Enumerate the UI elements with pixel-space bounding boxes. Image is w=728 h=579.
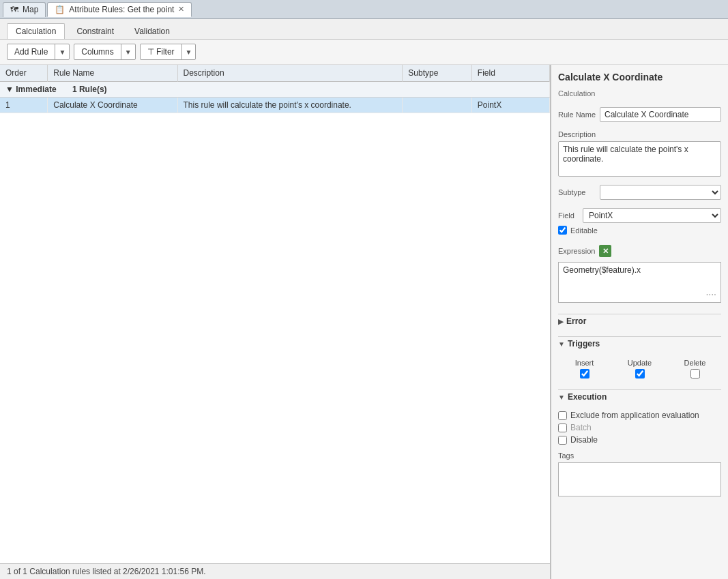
- expression-box[interactable]: Geometry($feature).x ····: [558, 262, 721, 303]
- tags-group: Tags: [558, 451, 721, 496]
- trigger-delete-checkbox[interactable]: [690, 369, 700, 378]
- subtype-label: Subtype: [558, 188, 596, 196]
- trigger-insert: Insert: [558, 359, 611, 378]
- col-header-name: Rule Name: [48, 65, 177, 82]
- tags-label: Tags: [558, 451, 721, 460]
- attr-rules-icon: 📋: [55, 5, 65, 14]
- tab-attr-rules-label: Attribute Rules: Get the point: [69, 5, 174, 14]
- error-label: Error: [566, 316, 586, 326]
- field-select[interactable]: PointX: [583, 208, 721, 223]
- trigger-update-label: Update: [628, 359, 652, 367]
- left-panel: Order Rule Name Description Subtype Fiel…: [0, 65, 551, 579]
- cell-rule-name: Calculate X Coordinate: [48, 98, 177, 113]
- expression-group: Expression ✕ Geometry($feature).x ····: [558, 245, 721, 303]
- error-arrow-icon: ▶: [558, 318, 564, 325]
- filter-dropdown-button[interactable]: ▼: [181, 44, 196, 59]
- rule-name-input[interactable]: [600, 107, 721, 122]
- triggers-arrow-icon: ▼: [558, 340, 565, 348]
- table-row[interactable]: 1 Calculate X Coordinate This rule will …: [0, 98, 550, 113]
- filter-button[interactable]: ⊤ Filter: [141, 44, 181, 59]
- columns-group: Columns ▼: [74, 44, 135, 60]
- disable-checkbox[interactable]: [558, 436, 567, 445]
- execution-label: Execution: [568, 392, 607, 402]
- batch-checkbox[interactable]: [558, 424, 567, 432]
- trigger-insert-label: Insert: [575, 359, 594, 367]
- description-group: Description This rule will calculate the…: [558, 130, 721, 177]
- execution-arrow-icon: ▼: [558, 394, 565, 401]
- subtype-select[interactable]: [600, 185, 721, 200]
- table-header-row: Order Rule Name Description Subtype Fiel…: [0, 65, 550, 82]
- content-tabs: Calculation Constraint Validation: [0, 19, 728, 40]
- editable-checkbox[interactable]: [558, 226, 567, 235]
- filter-group: ⊤ Filter ▼: [140, 44, 196, 60]
- columns-dropdown-button[interactable]: ▼: [121, 44, 135, 59]
- exclude-checkbox[interactable]: [558, 411, 567, 420]
- batch-row: Batch: [558, 421, 721, 434]
- tab-validation-label: Validation: [134, 27, 170, 36]
- add-rule-group: Add Rule ▼: [7, 44, 70, 60]
- split-layout: Order Rule Name Description Subtype Fiel…: [0, 65, 728, 579]
- trigger-delete-label: Delete: [684, 359, 706, 367]
- expression-ellipsis: ····: [705, 288, 716, 299]
- disable-row: Disable: [558, 434, 721, 446]
- tab-constraint-label: Constraint: [76, 27, 114, 36]
- tab-constraint[interactable]: Constraint: [68, 23, 123, 39]
- table-group-row[interactable]: ▼ Immediate 1 Rule(s): [0, 82, 550, 98]
- tab-map[interactable]: 🗺 Map: [3, 2, 46, 17]
- execution-section-header[interactable]: ▼ Execution: [558, 389, 721, 404]
- tab-bar: 🗺 Map 📋 Attribute Rules: Get the point ✕: [0, 0, 728, 19]
- col-header-subtype: Subtype: [403, 65, 471, 82]
- panel-title: Calculate X Coordinate: [558, 72, 721, 83]
- trigger-insert-checkbox[interactable]: [580, 369, 589, 378]
- error-section-header[interactable]: ▶ Error: [558, 314, 721, 328]
- trigger-update: Update: [613, 359, 666, 378]
- toolbar: Add Rule ▼ Columns ▼ ⊤ Filter ▼: [0, 40, 728, 65]
- expression-label: Expression: [558, 247, 595, 255]
- tab-calculation-label: Calculation: [16, 27, 56, 36]
- description-label: Description: [558, 130, 721, 138]
- col-header-field: Field: [471, 65, 549, 82]
- cell-order: 1: [0, 98, 48, 113]
- add-rule-button[interactable]: Add Rule: [8, 44, 55, 59]
- description-input[interactable]: This rule will calculate the point's x c…: [558, 141, 721, 177]
- expression-button[interactable]: ✕: [599, 245, 611, 257]
- tab-attr-rules[interactable]: 📋 Attribute Rules: Get the point ✕: [47, 2, 192, 17]
- cell-description: This rule will calculate the point's x c…: [177, 98, 403, 113]
- cell-subtype: [403, 98, 471, 113]
- status-bar: 1 of 1 Calculation rules listed at 2/26/…: [0, 563, 550, 579]
- editable-row: Editable: [558, 226, 721, 235]
- triggers-grid: Insert Update Delete: [558, 356, 721, 381]
- panel-subtitle: Calculation: [558, 89, 721, 98]
- map-icon: 🗺: [10, 5, 18, 14]
- cell-field: PointX: [471, 98, 549, 113]
- exclude-label: Exclude from application evaluation: [570, 411, 699, 420]
- columns-button[interactable]: Columns: [74, 44, 120, 59]
- col-header-desc: Description: [177, 65, 403, 82]
- subtype-group: Subtype: [558, 185, 721, 200]
- tab-validation[interactable]: Validation: [126, 23, 179, 39]
- expression-value: Geometry($feature).x: [563, 265, 641, 275]
- tab-calculation[interactable]: Calculation: [7, 23, 65, 39]
- status-text: 1 of 1 Calculation rules listed at 2/26/…: [7, 567, 206, 576]
- add-rule-dropdown-button[interactable]: ▼: [55, 44, 69, 59]
- group-collapse-icon: ▼: [5, 85, 16, 94]
- rule-name-label: Rule Name: [558, 110, 596, 119]
- filter-icon: ⊤: [147, 47, 156, 57]
- execution-options: Exclude from application evaluation Batc…: [558, 409, 721, 446]
- trigger-update-checkbox[interactable]: [635, 369, 645, 378]
- exclude-row: Exclude from application evaluation: [558, 409, 721, 421]
- tab-map-label: Map: [23, 5, 38, 14]
- trigger-delete: Delete: [669, 359, 721, 378]
- group-name: Immediate: [16, 85, 56, 94]
- tab-close-icon[interactable]: ✕: [178, 5, 184, 14]
- col-header-order: Order: [0, 65, 48, 82]
- field-group: Field PointX Editable: [558, 208, 721, 237]
- tags-input[interactable]: [558, 462, 721, 496]
- field-label: Field: [558, 211, 579, 220]
- editable-label: Editable: [570, 226, 598, 235]
- rule-name-group: Rule Name: [558, 107, 721, 122]
- triggers-section-header[interactable]: ▼ Triggers: [558, 336, 721, 351]
- main-container: Calculation Constraint Validation Add Ru…: [0, 19, 728, 579]
- batch-label: Batch: [570, 423, 592, 432]
- triggers-label: Triggers: [568, 339, 600, 348]
